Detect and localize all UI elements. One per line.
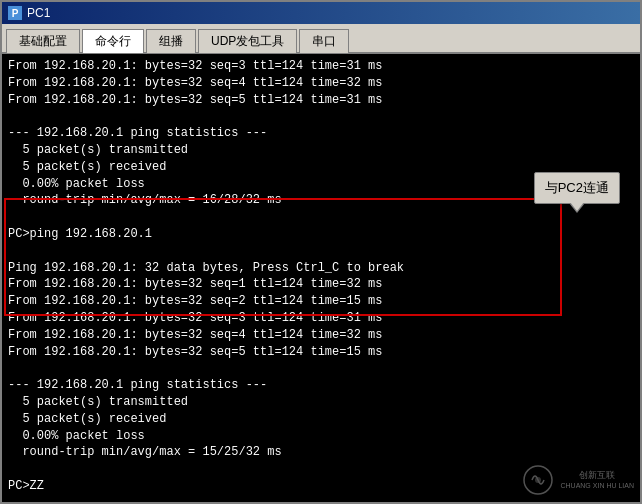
watermark-en: CHUANG XIN HU LIAN xyxy=(560,481,634,490)
watermark-logo xyxy=(522,464,554,496)
tooltip-bubble: 与PC2连通 xyxy=(534,172,620,204)
tab-bar: 基础配置 命令行 组播 UDP发包工具 串口 xyxy=(2,24,640,54)
tab-command-line[interactable]: 命令行 xyxy=(82,29,144,53)
tab-serial[interactable]: 串口 xyxy=(299,29,349,53)
svg-point-1 xyxy=(535,477,541,483)
tab-basic-config[interactable]: 基础配置 xyxy=(6,29,80,53)
title-bar: P PC1 xyxy=(2,2,640,24)
terminal-output: From 192.168.20.1: bytes=32 seq=3 ttl=12… xyxy=(8,58,634,495)
tooltip-text: 与PC2连通 xyxy=(545,180,609,195)
window-title: PC1 xyxy=(27,6,50,20)
tab-multicast[interactable]: 组播 xyxy=(146,29,196,53)
window: P PC1 基础配置 命令行 组播 UDP发包工具 串口 From 192.16… xyxy=(0,0,642,504)
window-icon: P xyxy=(8,6,22,20)
watermark-cn: 创新互联 xyxy=(560,470,634,482)
watermark-text: 创新互联 CHUANG XIN HU LIAN xyxy=(560,470,634,491)
watermark: 创新互联 CHUANG XIN HU LIAN xyxy=(522,464,634,496)
terminal-content[interactable]: From 192.168.20.1: bytes=32 seq=3 ttl=12… xyxy=(2,54,640,502)
tab-udp-tool[interactable]: UDP发包工具 xyxy=(198,29,297,53)
